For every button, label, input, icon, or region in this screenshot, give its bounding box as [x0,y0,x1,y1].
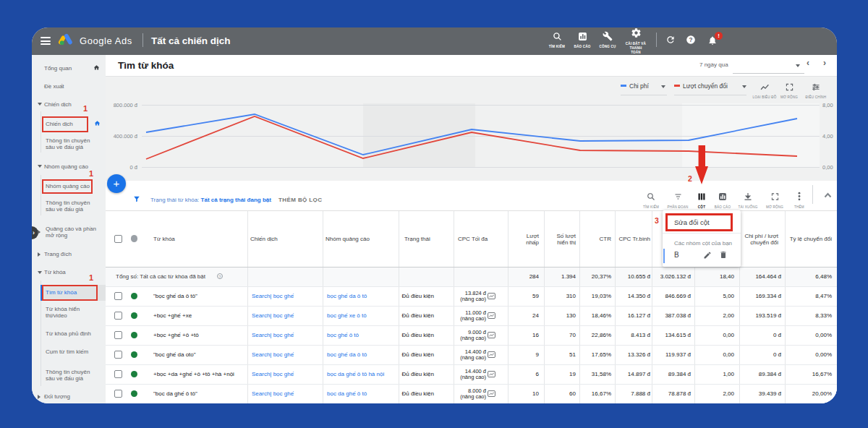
svg-text:?: ? [689,37,693,43]
